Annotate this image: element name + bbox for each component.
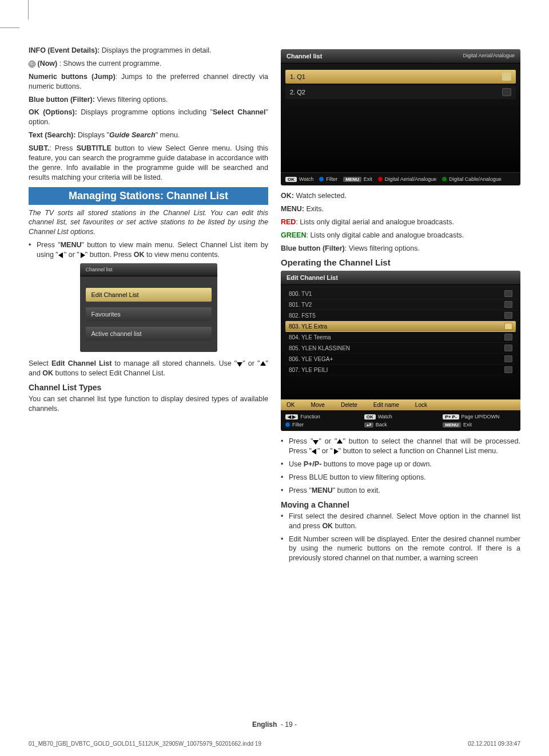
channel-row: 800. TV1: [285, 288, 516, 299]
tv-type-icon: [502, 73, 511, 81]
list-item: Press "" or "" button to select the chan…: [281, 437, 520, 456]
channel-row: 2. Q2: [285, 85, 516, 99]
channel-row: 806. YLE VEGA+: [285, 354, 516, 365]
subheading: Operating the Channel List: [281, 258, 520, 267]
subheading: Channel List Types: [29, 383, 268, 392]
svg-marker-2: [237, 362, 242, 367]
svg-marker-4: [313, 440, 319, 445]
channel-row: 805. YLEN KLASSINEN: [285, 343, 516, 354]
para-subt: SUBT.: Press SUBTITLE button to view Sel…: [29, 144, 268, 183]
para-now: @ (Now) : Shows the current programme.: [29, 59, 268, 69]
desc-blue: Blue button (Filter): Views filtering op…: [281, 244, 520, 254]
desc-menu: MENU: Exits.: [281, 204, 520, 214]
radio-icon: [504, 345, 512, 351]
desc-green: GREEN: Lists only digital cable and anal…: [281, 231, 520, 240]
list-item: First select the desired channel. Select…: [281, 512, 520, 531]
channel-row: 807. YLE PEILI: [285, 365, 516, 375]
radio-icon: [504, 355, 512, 362]
para-select-edit: Select Edit Channel List to manage all s…: [29, 359, 268, 378]
right-arrow-icon: [79, 252, 85, 258]
up-arrow-icon: [337, 439, 343, 445]
crop-marks: [0, 0, 549, 34]
svg-marker-5: [337, 439, 343, 444]
list-item: Edit Number screen will be displayed. En…: [281, 535, 520, 564]
para-intro: The TV sorts all stored stations in the …: [29, 208, 268, 238]
page-content: INFO (Event Details): Displays the progr…: [29, 6, 520, 567]
list-item: Use P+/P- buttons to move page up or dow…: [281, 460, 520, 469]
edit-channel-list-screenshot: Edit Channel List 800. TV1 801. TV2 802.…: [281, 271, 520, 431]
tv-type-icon: [504, 334, 512, 341]
now-icon: @: [29, 61, 35, 68]
list-item: Press "MENU" button to exit.: [281, 486, 520, 496]
svg-marker-7: [334, 449, 339, 454]
section-heading: Managing Stations: Channel List: [29, 187, 268, 205]
action-bar: OK Move Delete Edit name Lock: [281, 399, 520, 410]
para-ok: OK (Options): Displays programme options…: [29, 108, 268, 127]
svg-marker-3: [260, 361, 266, 366]
left-arrow-icon: [58, 252, 64, 258]
menu-item: Edit Channel List: [86, 288, 212, 302]
subheading: Moving a Channel: [281, 500, 520, 509]
para-blue: Blue button (Filter): Views filtering op…: [29, 95, 268, 105]
list-item: Press "MENU" button to view main menu. S…: [29, 240, 268, 260]
menu-item: Favourites: [86, 307, 212, 321]
list-item: Press BLUE button to view filtering opti…: [281, 473, 520, 482]
para-text: Text (Search): Displays "Guide Search" m…: [29, 130, 268, 140]
tv-type-icon: [504, 323, 512, 330]
down-arrow-icon: [237, 361, 242, 367]
channel-list-menu-screenshot: Channel list Edit Channel List Favourite…: [80, 263, 217, 352]
up-arrow-icon: [260, 361, 266, 367]
right-arrow-icon: [333, 449, 339, 454]
down-arrow-icon: [313, 439, 319, 445]
para-numeric: Numeric buttons (Jump): Jumps to the pre…: [29, 72, 268, 92]
page-footer: English - 19 -: [0, 721, 549, 729]
channel-row: 802. FST5: [285, 310, 516, 321]
right-column: Channel list Digital Aerial/Analogue 1. …: [281, 46, 520, 567]
menu-item: Active channel list: [86, 327, 212, 341]
tv-type-icon: [502, 88, 511, 96]
channel-list-screenshot: Channel list Digital Aerial/Analogue 1. …: [281, 49, 520, 185]
document-meta: 01_MB70_[GB]_DVBTC_GOLD_GOLD11_5112UK_32…: [29, 741, 520, 747]
radio-icon: [504, 366, 512, 373]
channel-row: 1. Q1: [285, 70, 516, 84]
channel-row: 804. YLE Teema: [285, 332, 516, 343]
para-info: INFO (Event Details): Displays the progr…: [29, 46, 268, 56]
channel-row: 801. TV2: [285, 299, 516, 310]
left-arrow-icon: [312, 449, 317, 454]
tv-type-icon: [504, 301, 512, 308]
para-types: You can set channel list type function t…: [29, 394, 268, 414]
desc-red: RED: Lists only digital aerial and analo…: [281, 217, 520, 227]
channel-row: 803. YLE Extra: [285, 321, 516, 332]
svg-marker-0: [58, 252, 63, 258]
tv-type-icon: [504, 290, 512, 297]
legend-bar: ◀ ▶Function OKWatch P+ P-Page UP/DOWN Fi…: [281, 410, 520, 431]
svg-marker-1: [81, 252, 85, 258]
svg-marker-6: [312, 449, 316, 454]
legend-bar: OKWatch Filter MENUExit Digital Aerial/A…: [281, 172, 520, 185]
desc-ok: OK: Watch selected.: [281, 191, 520, 201]
left-column: INFO (Event Details): Displays the progr…: [29, 46, 268, 567]
tv-type-icon: [504, 312, 512, 319]
